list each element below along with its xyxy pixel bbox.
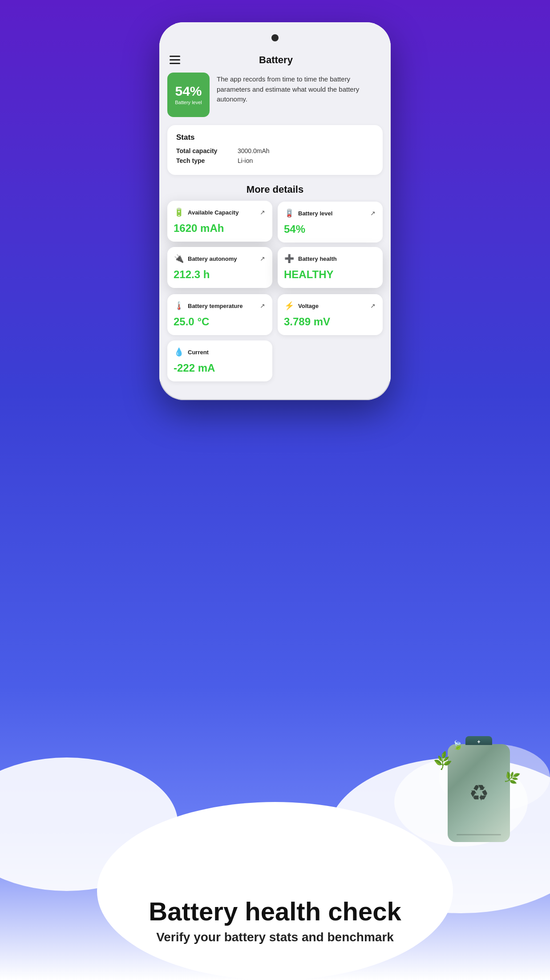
battery-temperature-card: 🌡️ Battery temperature ↗ 25.0 °C bbox=[167, 294, 272, 335]
battery-temperature-label-row: 🌡️ Battery temperature bbox=[174, 300, 243, 311]
battery-level-detail-header: 🪫 Battery level ↗ bbox=[284, 208, 376, 219]
bottom-title: Battery health check bbox=[0, 897, 550, 926]
available-capacity-label: Available Capacity bbox=[188, 209, 239, 216]
battery-autonomy-card: 🔌 Battery autonomy ↗ 212.3 h bbox=[167, 247, 272, 288]
battery-bottom-line bbox=[457, 834, 501, 835]
battery-intro-section: 54% Battery level The app records from t… bbox=[167, 73, 383, 117]
bottom-subtitle: Verify your battery stats and benchmark bbox=[0, 930, 550, 944]
battery-health-label: Battery health bbox=[298, 255, 337, 262]
battery-autonomy-label: Battery autonomy bbox=[188, 255, 237, 262]
details-grid-row1: 🔋 Available Capacity ↗ 1620 mAh 🪫 Batter… bbox=[167, 202, 383, 243]
battery-health-label-row: ➕ Battery health bbox=[284, 253, 337, 264]
stats-key-tech: Tech type bbox=[176, 157, 234, 164]
phone-body: Battery 54% Battery level The app record… bbox=[159, 22, 391, 400]
leaf-top-icon: 🍃 bbox=[451, 739, 464, 751]
battery-level-trend-icon: ↗ bbox=[370, 210, 376, 217]
available-capacity-trend-icon: ↗ bbox=[260, 209, 265, 216]
stats-val-tech: Li-ion bbox=[238, 157, 253, 164]
battery-temperature-value: 25.0 °C bbox=[174, 316, 265, 328]
more-details-section: More details 🔋 Available Capacity ↗ 1620… bbox=[167, 184, 383, 381]
voltage-icon: ⚡ bbox=[284, 300, 295, 311]
battery-autonomy-header: 🔌 Battery autonomy ↗ bbox=[174, 253, 265, 264]
current-label-row: 💧 Current bbox=[174, 347, 209, 357]
bottom-text-section: Battery health check Verify your battery… bbox=[0, 897, 550, 944]
battery-percent-value: 54% bbox=[175, 85, 202, 98]
stats-val-capacity: 3000.0mAh bbox=[238, 147, 270, 154]
thermometer-icon: 🌡️ bbox=[174, 300, 184, 311]
battery-level-detail-label: Battery level bbox=[298, 210, 332, 217]
current-label: Current bbox=[188, 349, 209, 356]
details-grid-row2: 🔌 Battery autonomy ↗ 212.3 h ➕ Battery h… bbox=[167, 248, 383, 289]
stats-key-capacity: Total capacity bbox=[176, 147, 234, 154]
voltage-value: 3.789 mV bbox=[284, 316, 376, 328]
app-title: Battery bbox=[182, 54, 369, 66]
recycle-icon: ♻ bbox=[469, 780, 489, 806]
phone-notch bbox=[159, 22, 391, 49]
battery-autonomy-label-row: 🔌 Battery autonomy bbox=[174, 253, 237, 264]
battery-health-header: ➕ Battery health bbox=[284, 253, 376, 264]
health-icon: ➕ bbox=[284, 253, 295, 264]
app-screen: Battery 54% Battery level The app record… bbox=[159, 49, 391, 381]
hamburger-line-2 bbox=[170, 59, 180, 61]
battery-autonomy-trend-icon: ↗ bbox=[260, 255, 265, 262]
more-details-title: More details bbox=[167, 184, 383, 195]
available-capacity-card: 🔋 Available Capacity ↗ 1620 mAh bbox=[167, 201, 272, 242]
voltage-label: Voltage bbox=[298, 303, 319, 309]
voltage-label-row: ⚡ Voltage bbox=[284, 300, 319, 311]
battery-autonomy-value: 212.3 h bbox=[174, 268, 265, 281]
stats-card: Stats Total capacity 3000.0mAh Tech type… bbox=[167, 125, 383, 175]
battery-icon: 🔋 bbox=[174, 207, 184, 218]
hamburger-line-3 bbox=[170, 63, 180, 64]
battery-temperature-label: Battery temperature bbox=[188, 303, 243, 309]
app-header: Battery bbox=[167, 49, 383, 73]
stats-row-capacity: Total capacity 3000.0mAh bbox=[176, 147, 374, 154]
battery-health-card: ➕ Battery health HEALTHY bbox=[278, 247, 383, 288]
current-icon: 💧 bbox=[174, 347, 184, 357]
hamburger-line-1 bbox=[170, 56, 180, 57]
voltage-header: ⚡ Voltage ↗ bbox=[284, 300, 376, 311]
battery-level-detail-label-row: 🪫 Battery level bbox=[284, 208, 332, 219]
voltage-card: ⚡ Voltage ↗ 3.789 mV bbox=[278, 294, 383, 335]
battery-cap: + bbox=[465, 736, 492, 745]
battery-health-value: HEALTHY bbox=[284, 268, 376, 281]
available-capacity-label-row: 🔋 Available Capacity bbox=[174, 207, 239, 218]
battery-illustration: 🌿 🌿 🍃 + ♻ bbox=[434, 744, 523, 855]
cloud-3 bbox=[97, 802, 453, 980]
available-capacity-header: 🔋 Available Capacity ↗ bbox=[174, 207, 265, 218]
battery-level-label: Battery level bbox=[175, 100, 202, 105]
available-capacity-value: 1620 mAh bbox=[174, 222, 265, 235]
battery-plus-icon: + bbox=[477, 739, 480, 745]
battery-autonomy-icon: 🔌 bbox=[174, 253, 184, 264]
current-value: -222 mA bbox=[174, 362, 265, 374]
battery-level-icon: 🪫 bbox=[284, 208, 295, 219]
current-header: 💧 Current bbox=[174, 347, 265, 357]
phone-mockup: Battery 54% Battery level The app record… bbox=[159, 22, 391, 400]
stats-title: Stats bbox=[176, 133, 374, 142]
current-card: 💧 Current -222 mA bbox=[167, 340, 272, 381]
battery-description: The app records from time to time the ba… bbox=[217, 73, 383, 105]
phone-camera bbox=[271, 34, 279, 41]
battery-temperature-trend-icon: ↗ bbox=[260, 302, 265, 309]
battery-body: ♻ bbox=[448, 744, 510, 842]
battery-level-detail-value: 54% bbox=[284, 223, 376, 235]
battery-level-card: 54% Battery level bbox=[167, 73, 210, 117]
hamburger-menu-button[interactable] bbox=[167, 53, 182, 66]
battery-level-detail-card: 🪫 Battery level ↗ 54% bbox=[278, 202, 383, 243]
stats-row-tech: Tech type Li-ion bbox=[176, 157, 374, 164]
battery-temperature-header: 🌡️ Battery temperature ↗ bbox=[174, 300, 265, 311]
details-grid-row4: 💧 Current -222 mA bbox=[167, 340, 383, 381]
details-grid-row3: 🌡️ Battery temperature ↗ 25.0 °C ⚡ Volta… bbox=[167, 294, 383, 335]
voltage-trend-icon: ↗ bbox=[370, 302, 376, 309]
